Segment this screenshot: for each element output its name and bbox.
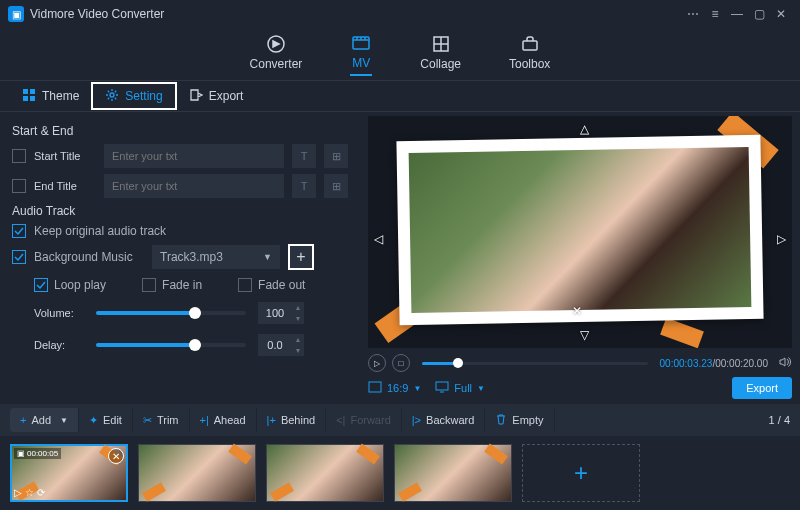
spinner-down-icon[interactable]: ▼ bbox=[292, 313, 304, 324]
clip-duration-badge: ▣00:00:05 bbox=[14, 448, 61, 459]
end-title-row: End Title T ⊞ bbox=[12, 174, 348, 198]
timeline-slider[interactable] bbox=[422, 362, 648, 365]
svg-rect-4 bbox=[23, 89, 28, 94]
spinner-down-icon[interactable]: ▼ bbox=[292, 345, 304, 356]
fullscreen-select[interactable]: Full ▼ bbox=[435, 381, 485, 395]
loop-play-checkbox[interactable] bbox=[34, 278, 48, 292]
empty-button[interactable]: Empty bbox=[485, 408, 554, 432]
clip-item[interactable] bbox=[394, 444, 512, 502]
ahead-button[interactable]: +|Ahead bbox=[190, 408, 257, 432]
keep-original-label: Keep original audio track bbox=[34, 224, 166, 238]
tabs-row: Theme Setting Export bbox=[0, 80, 800, 112]
volume-slider[interactable] bbox=[96, 311, 246, 315]
volume-spinner[interactable]: 100 ▲▼ bbox=[258, 302, 304, 324]
main-area: Start & End Start Title T ⊞ End Title T … bbox=[0, 112, 800, 404]
keep-original-checkbox[interactable] bbox=[12, 224, 26, 238]
export-icon bbox=[189, 88, 203, 105]
arrow-up-handle[interactable]: △ bbox=[580, 122, 589, 136]
text-style-icon[interactable]: T bbox=[292, 144, 316, 168]
loop-play-label: Loop play bbox=[54, 278, 106, 292]
arrow-down-handle[interactable]: ▽ bbox=[580, 328, 589, 342]
add-track-button[interactable]: + bbox=[288, 244, 314, 270]
svg-rect-9 bbox=[369, 382, 381, 392]
volume-icon[interactable] bbox=[778, 355, 792, 372]
text-pos-icon[interactable]: ⊞ bbox=[324, 144, 348, 168]
delay-spinner[interactable]: 0.0 ▲▼ bbox=[258, 334, 304, 356]
gear-icon bbox=[105, 88, 119, 105]
stop-button[interactable]: □ bbox=[392, 354, 410, 372]
section-start-end: Start & End bbox=[12, 124, 348, 138]
tab-export-label: Export bbox=[209, 89, 244, 103]
arrow-left-handle[interactable]: ◁ bbox=[374, 232, 383, 246]
audio-options: Loop play Fade in Fade out bbox=[34, 278, 348, 292]
fade-in-checkbox[interactable] bbox=[142, 278, 156, 292]
clip-item[interactable] bbox=[266, 444, 384, 502]
page-indicator: 1 / 4 bbox=[769, 414, 790, 426]
toolbox-icon bbox=[519, 33, 541, 55]
clip-star-icon[interactable]: ☆ bbox=[25, 487, 34, 498]
preview-viewport: ◁ ▷ △ ▽ ✕ bbox=[368, 116, 792, 348]
svg-rect-5 bbox=[30, 89, 35, 94]
forward-button[interactable]: <|Forward bbox=[326, 408, 402, 432]
chevron-down-icon: ▼ bbox=[60, 416, 68, 425]
export-button[interactable]: Export bbox=[732, 377, 792, 399]
preview-frame bbox=[396, 135, 763, 325]
minimize-icon[interactable]: — bbox=[726, 3, 748, 25]
preview-options: 16:9 ▼ Full ▼ Export bbox=[368, 376, 792, 400]
behind-icon: |+ bbox=[267, 414, 276, 426]
behind-button[interactable]: |+Behind bbox=[257, 408, 327, 432]
text-pos-icon[interactable]: ⊞ bbox=[324, 174, 348, 198]
spinner-up-icon[interactable]: ▲ bbox=[292, 302, 304, 313]
add-clip-button[interactable]: + bbox=[522, 444, 640, 502]
menu-icon[interactable]: ≡ bbox=[704, 3, 726, 25]
collage-icon bbox=[430, 33, 452, 55]
trim-button[interactable]: ✂Trim bbox=[133, 408, 190, 432]
delay-slider[interactable] bbox=[96, 343, 246, 347]
aspect-ratio-select[interactable]: 16:9 ▼ bbox=[368, 381, 421, 395]
svg-rect-10 bbox=[436, 382, 448, 390]
tab-theme[interactable]: Theme bbox=[10, 82, 91, 110]
nav-toolbox[interactable]: Toolbox bbox=[509, 33, 550, 75]
track-select[interactable]: Track3.mp3 ▼ bbox=[152, 245, 280, 269]
bg-music-checkbox[interactable] bbox=[12, 250, 26, 264]
add-button[interactable]: +Add▼ bbox=[10, 408, 79, 432]
clip-loop-icon[interactable]: ⟳ bbox=[37, 487, 45, 498]
delay-label: Delay: bbox=[34, 339, 84, 351]
ratio-icon bbox=[368, 381, 382, 395]
text-style-icon[interactable]: T bbox=[292, 174, 316, 198]
end-title-input[interactable] bbox=[104, 174, 284, 198]
bg-music-row: Background Music Track3.mp3 ▼ + bbox=[12, 244, 348, 270]
arrow-right-handle[interactable]: ▷ bbox=[777, 232, 786, 246]
spinner-up-icon[interactable]: ▲ bbox=[292, 334, 304, 345]
tab-export[interactable]: Export bbox=[177, 82, 256, 110]
nav-converter[interactable]: Converter bbox=[250, 33, 303, 75]
volume-value: 100 bbox=[258, 307, 292, 319]
edit-button[interactable]: ✦Edit bbox=[79, 408, 133, 432]
maximize-icon[interactable]: ▢ bbox=[748, 3, 770, 25]
top-nav: Converter MV Collage Toolbox bbox=[0, 28, 800, 80]
clip-item[interactable] bbox=[138, 444, 256, 502]
duration: /00:00:20.00 bbox=[712, 358, 768, 369]
feedback-icon[interactable]: ⋯ bbox=[682, 3, 704, 25]
start-title-checkbox[interactable] bbox=[12, 149, 26, 163]
nav-collage[interactable]: Collage bbox=[420, 33, 461, 75]
close-handle[interactable]: ✕ bbox=[572, 304, 582, 318]
tab-setting[interactable]: Setting bbox=[91, 82, 176, 110]
svg-rect-7 bbox=[30, 96, 35, 101]
backward-button[interactable]: |>Backward bbox=[402, 408, 486, 432]
nav-mv[interactable]: MV bbox=[350, 32, 372, 76]
clip-item[interactable]: ▣00:00:05 ✕ ▷☆⟳ bbox=[10, 444, 128, 502]
clip-remove-button[interactable]: ✕ bbox=[108, 448, 124, 464]
svg-rect-6 bbox=[23, 96, 28, 101]
play-button[interactable]: ▷ bbox=[368, 354, 386, 372]
clip-play-icon[interactable]: ▷ bbox=[14, 487, 22, 498]
plus-icon: + bbox=[20, 414, 26, 426]
close-icon[interactable]: ✕ bbox=[770, 3, 792, 25]
end-title-checkbox[interactable] bbox=[12, 179, 26, 193]
full-value: Full bbox=[454, 382, 472, 394]
start-title-input[interactable] bbox=[104, 144, 284, 168]
mv-icon bbox=[350, 32, 372, 54]
ahead-icon: +| bbox=[200, 414, 209, 426]
plus-icon: + bbox=[574, 459, 588, 487]
fade-out-checkbox[interactable] bbox=[238, 278, 252, 292]
